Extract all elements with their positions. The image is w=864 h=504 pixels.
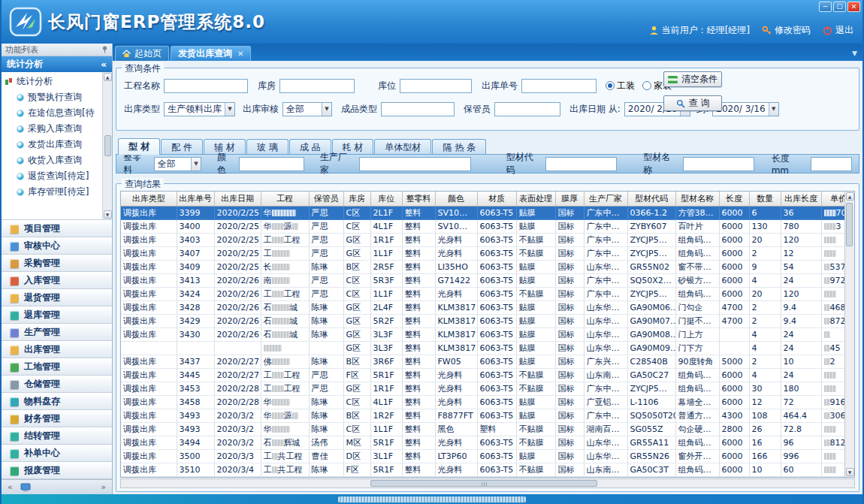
column-header[interactable]: 颜色	[435, 192, 477, 206]
column-header[interactable]: 出库日期	[214, 192, 261, 206]
table-row[interactable]: 调拨出库33992020/2/25华严思C区2L1F整料SV10…6063-T5…	[121, 206, 855, 219]
column-header[interactable]: 数量	[749, 192, 781, 206]
table-row[interactable]: 调拨出库34302020/2/26石城陈琳G区3L3F整料KLM38176063…	[121, 327, 855, 341]
warehouse-input[interactable]	[279, 79, 355, 93]
sidebar-menu-item[interactable]: 出库管理	[2, 341, 112, 358]
table-row[interactable]: 调拨出库34532020/2/28工工程严思G区1R1F整料光身料6063-T5…	[121, 382, 855, 395]
column-header[interactable]: 型材代码	[627, 192, 675, 206]
scroll-down-icon[interactable]: ▼	[846, 468, 854, 476]
scroll-thumb[interactable]	[846, 203, 853, 246]
change-password-button[interactable]: 修改密码	[762, 24, 811, 37]
tab-shipment-outbound-query[interactable]: 发货出库查询 ✕	[171, 46, 251, 61]
table-row[interactable]: G区3L3F整料KLM38176063-T5贴膜国标山东华…GA90M09…门下…	[121, 341, 855, 355]
sidebar-menu-item[interactable]: 退货管理	[2, 289, 112, 306]
tree-item[interactable]: 退货查询[待定]	[5, 168, 101, 184]
product-type-input[interactable]	[381, 102, 455, 116]
table-vertical-scrollbar[interactable]: ▲ ▼	[844, 192, 854, 477]
column-header[interactable]: 长度	[719, 192, 749, 206]
column-header[interactable]: 生产厂家	[584, 192, 627, 206]
table-row[interactable]: 调拨出库34092020/2/25长陈琳B区2R5F整料LI35HO6063-T…	[121, 260, 855, 273]
table-row[interactable]: 调拨出库35102020/3/4工共工程陈琳F区5R1F整料光身料6063-T5…	[121, 463, 855, 476]
table-horizontal-scrollbar[interactable]	[120, 478, 855, 488]
sidebar-menu-item[interactable]: 采购管理	[2, 255, 112, 272]
table-row[interactable]: 调拨出库34072020/2/25工严思G区1L1F整料光身料6063-T5不贴…	[121, 246, 855, 260]
sidebar-menu-item[interactable]: 补单中心	[2, 445, 112, 462]
table-row[interactable]: 调拨出库34132020/2/26南严思C区5R3F整料G714226063-T…	[121, 273, 855, 287]
table-row[interactable]: 调拨出库34582020/2/28华陈琳C区4L1F整料光身料6063-T5贴膜…	[121, 395, 855, 409]
sidebar-menu-item[interactable]: 入库管理	[2, 272, 112, 289]
table-row[interactable]: 调拨出库34292020/2/26石城陈琳G区5R2F整料KLM38176063…	[121, 314, 855, 327]
scroll-thumb[interactable]	[370, 480, 598, 487]
column-header[interactable]: 库房	[343, 192, 370, 206]
table-row[interactable]: 调拨出库34282020/2/26石城陈琳G区2L4F整料KLM38176063…	[121, 300, 855, 314]
whole-select[interactable]: 全部▼	[154, 157, 201, 171]
tab-close-icon[interactable]: ✕	[237, 50, 243, 58]
table-row[interactable]: 调拨出库34932020/3/2华源陈琳B区1R2F整料F8877FT6063-…	[121, 409, 855, 422]
scroll-thumb[interactable]	[104, 135, 111, 156]
tree-item[interactable]: 预警执行查询	[5, 89, 101, 105]
column-header[interactable]: 保管员	[309, 192, 343, 206]
material-tab[interactable]: 型 材	[118, 138, 160, 155]
table-row[interactable]: 调拨出库35002020/3/3工共工程曹佳D区3L1F整料LT3P606063…	[121, 449, 855, 463]
tree-item[interactable]: 发货出库查询	[5, 137, 101, 152]
manufacturer-input[interactable]	[359, 157, 470, 171]
table-row[interactable]: 调拨出库34452020/2/27工工程严思F区5R1F整料光身料6063-T5…	[121, 368, 855, 382]
table-row[interactable]: 调拨出库35112020/3/4工共工程陈琳F区1L2F整料光身料6063-T5…	[121, 476, 855, 478]
collapse-icon[interactable]: «	[101, 59, 107, 70]
sidebar-menu-item[interactable]: 结转管理	[2, 427, 112, 445]
sidebar-menu-item[interactable]: 退库管理	[2, 306, 112, 324]
color-input[interactable]	[239, 157, 304, 171]
tab-home[interactable]: 起始页	[115, 46, 169, 61]
profile-name-input[interactable]	[683, 157, 754, 171]
material-tab[interactable]: 单体型材	[374, 139, 431, 155]
scroll-down-icon[interactable]: ▼	[104, 210, 112, 219]
sidebar-menu-item[interactable]: 财务管理	[2, 410, 112, 427]
column-header[interactable]: 型材名称	[675, 192, 719, 206]
clear-conditions-button[interactable]: 清空条件	[663, 71, 722, 87]
order-no-input[interactable]	[521, 79, 597, 93]
tree-item[interactable]: 采购入库查询	[5, 121, 101, 137]
column-header[interactable]: 出库长度	[781, 192, 821, 206]
sidebar-menu-item[interactable]: 仓储管理	[2, 376, 112, 393]
location-input[interactable]	[400, 79, 472, 93]
profile-code-input[interactable]	[545, 157, 617, 171]
date-to-select[interactable]: 2020/ 3/16▼	[712, 102, 778, 116]
column-header[interactable]: 整零料	[402, 192, 435, 206]
column-header[interactable]: 表面处理	[516, 192, 555, 206]
tree-item[interactable]: 库存管理[待定]	[5, 184, 101, 200]
project-name-input[interactable]	[164, 79, 248, 93]
sidebar-section-header[interactable]: 统计分析 «	[2, 56, 112, 72]
minimize-button[interactable]: ─	[819, 2, 832, 12]
table-row[interactable]: 调拨出库34242020/2/26工工程严思C区1L1F整料光身料6063-T5…	[121, 287, 855, 300]
column-header[interactable]: 膜厚	[555, 192, 584, 206]
tree-item[interactable]: 在途信息查询[待	[5, 105, 101, 121]
out-type-select[interactable]: 生产领料出库▼	[164, 102, 235, 116]
radio-workwear[interactable]: 工装	[606, 80, 635, 92]
length-input[interactable]	[811, 157, 852, 171]
sidebar-menu-item[interactable]: 物料盘存	[2, 393, 112, 410]
table-row[interactable]: 调拨出库34032020/2/25工工程严思G区1R1F整料光身料6063-T5…	[121, 233, 855, 246]
column-header[interactable]: 出库类型	[121, 192, 177, 206]
material-tab[interactable]: 隔 热 条	[432, 139, 486, 155]
sidebar-menu-item[interactable]: 生产管理	[2, 324, 112, 341]
sidebar-menu-item[interactable]: 项目管理	[2, 220, 112, 237]
close-button[interactable]: ✕	[847, 2, 860, 12]
scroll-up-icon[interactable]: ▲	[846, 192, 854, 201]
column-header[interactable]: 工程	[261, 192, 309, 206]
keeper-input[interactable]	[494, 102, 560, 116]
footer-forward-icon[interactable]: »	[101, 482, 106, 492]
table-row[interactable]: 调拨出库34942020/3/2石辉城汤伟M区5R1F整料光身料6063-T5不…	[121, 436, 855, 449]
material-tab[interactable]: 玻 璃	[246, 139, 289, 155]
sidebar-menu-item[interactable]: 工地管理	[2, 358, 112, 376]
tree-item[interactable]: 收货入库查询	[5, 152, 101, 168]
search-button[interactable]: 查 询	[663, 95, 722, 111]
logout-button[interactable]: 退出	[823, 24, 853, 37]
pin-icon[interactable]	[101, 46, 108, 53]
table-row[interactable]: 调拨出库34002020/2/25华源严思C区4L1F整料SV10…6063-T…	[121, 219, 855, 233]
table-row[interactable]: 调拨出库34932020/3/2华陈琳C区1L1F整料黑色塑料不贴膜国标湖南百……	[121, 422, 855, 436]
maximize-button[interactable]: ☐	[833, 2, 846, 12]
column-header[interactable]: 库位	[370, 192, 402, 206]
column-header[interactable]: 材质	[477, 192, 516, 206]
footer-back-icon[interactable]: «	[8, 482, 13, 492]
sidebar-menu-item[interactable]: 报废管理	[2, 462, 112, 479]
